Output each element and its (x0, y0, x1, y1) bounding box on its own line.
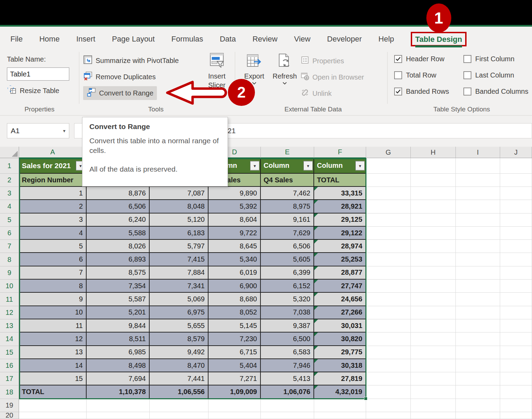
cell-C13[interactable]: 5,655 (150, 319, 209, 333)
cell-C15[interactable]: 9,492 (150, 346, 209, 359)
cell-E8[interactable]: 5,605 (261, 253, 314, 266)
cell-E7[interactable]: 6,506 (261, 240, 314, 253)
cell-E19[interactable] (261, 399, 314, 412)
cell-F9[interactable]: 28,877 (314, 266, 366, 280)
cell-J17[interactable] (500, 372, 532, 385)
cell-I19[interactable] (456, 399, 500, 412)
name-box[interactable]: A1 ▾ (7, 123, 69, 138)
cell-G13[interactable] (366, 319, 411, 333)
cell-J4[interactable] (500, 200, 532, 213)
cell-D15[interactable]: 6,715 (209, 346, 261, 359)
cell-C5[interactable]: 5,120 (150, 213, 209, 227)
cell-C9[interactable]: 7,884 (150, 266, 209, 280)
cell-I10[interactable] (456, 280, 500, 293)
tab-table-design[interactable]: Table Design (415, 35, 462, 47)
cell-F15[interactable]: 29,775 (314, 346, 366, 359)
cell-G16[interactable] (366, 359, 411, 372)
cell-D9[interactable]: 6,019 (209, 266, 261, 280)
cell-B19[interactable] (87, 399, 150, 412)
cell-B12[interactable]: 5,201 (87, 306, 150, 319)
cell-C3[interactable]: 7,087 (150, 187, 209, 200)
row-header-14[interactable]: 14 (0, 333, 19, 346)
checkbox-icon[interactable] (394, 88, 402, 95)
cell-A8[interactable]: 6 (19, 253, 87, 266)
cell-J7[interactable] (500, 240, 532, 253)
cell-J1[interactable] (500, 158, 532, 174)
cell-H3[interactable] (411, 187, 456, 200)
cell-I6[interactable] (456, 227, 500, 240)
cell-H11[interactable] (411, 293, 456, 306)
cell-F8[interactable]: 25,253 (314, 253, 366, 266)
filter-dropdown-button[interactable]: ▾ (303, 161, 313, 170)
cell-I12[interactable] (456, 306, 500, 319)
row-header-13[interactable]: 13 (0, 319, 19, 333)
row-header-4[interactable]: 4 (0, 200, 19, 213)
cell-J3[interactable] (500, 187, 532, 200)
cell-A1[interactable]: Sales for 2021▾ (19, 158, 87, 174)
cell-G4[interactable] (366, 200, 411, 213)
cell-I16[interactable] (456, 359, 500, 372)
cell-D16[interactable]: 5,404 (209, 359, 261, 372)
column-header-E[interactable]: E (261, 147, 314, 158)
cell-C8[interactable]: 7,415 (150, 253, 209, 266)
tab-data[interactable]: Data (220, 35, 236, 44)
table-name-input[interactable] (7, 67, 69, 81)
cell-B8[interactable]: 6,893 (87, 253, 150, 266)
cell-I5[interactable] (456, 213, 500, 227)
cell-B17[interactable]: 7,694 (87, 372, 150, 385)
cell-E9[interactable]: 6,399 (261, 266, 314, 280)
remove-duplicates-button[interactable]: Remove Duplicates (83, 71, 156, 82)
checkbox-icon[interactable] (394, 71, 402, 79)
column-header-J[interactable]: J (500, 147, 532, 158)
column-header-G[interactable]: G (366, 147, 411, 158)
cell-B15[interactable]: 6,985 (87, 346, 150, 359)
cell-E16[interactable]: 7,946 (261, 359, 314, 372)
cell-J19[interactable] (500, 399, 532, 412)
cell-A10[interactable]: 8 (19, 280, 87, 293)
cell-H19[interactable] (411, 399, 456, 412)
cell-F12[interactable]: 27,266 (314, 306, 366, 319)
row-header-8[interactable]: 8 (0, 253, 19, 266)
cell-J15[interactable] (500, 346, 532, 359)
row-header-10[interactable]: 10 (0, 280, 19, 293)
cell-G10[interactable] (366, 280, 411, 293)
cell-C6[interactable]: 6,183 (150, 227, 209, 240)
cell-A9[interactable]: 7 (19, 266, 87, 280)
cell-A15[interactable]: 13 (19, 346, 87, 359)
column-header-F[interactable]: F (314, 147, 366, 158)
tab-view[interactable]: View (294, 35, 310, 44)
cell-C12[interactable]: 6,975 (150, 306, 209, 319)
cell-A4[interactable]: 2 (19, 200, 87, 213)
cell-B16[interactable]: 8,498 (87, 359, 150, 372)
cell-H16[interactable] (411, 359, 456, 372)
cell-G15[interactable] (366, 346, 411, 359)
row-header-7[interactable]: 7 (0, 240, 19, 253)
option-last-column[interactable]: Last Column (463, 71, 514, 79)
cell-B3[interactable]: 8,876 (87, 187, 150, 200)
cell-E2[interactable]: Q4 Sales (261, 174, 314, 187)
cell-A13[interactable]: 11 (19, 319, 87, 333)
checkbox-icon[interactable] (463, 88, 471, 95)
cell-E13[interactable]: 9,387 (261, 319, 314, 333)
cell-G11[interactable] (366, 293, 411, 306)
cell-G3[interactable] (366, 187, 411, 200)
cell-F11[interactable]: 24,656 (314, 293, 366, 306)
cell-J10[interactable] (500, 280, 532, 293)
convert-to-range-button[interactable]: Convert to Range (83, 86, 157, 100)
cell-C20[interactable] (150, 412, 209, 419)
cell-G20[interactable] (366, 412, 411, 419)
cell-E15[interactable]: 6,583 (261, 346, 314, 359)
cell-G8[interactable] (366, 253, 411, 266)
row-header-16[interactable]: 16 (0, 359, 19, 372)
filter-dropdown-button[interactable]: ▾ (250, 161, 259, 170)
cell-C16[interactable]: 8,470 (150, 359, 209, 372)
tab-page-layout[interactable]: Page Layout (112, 35, 155, 44)
cell-B20[interactable] (87, 412, 150, 419)
cell-D19[interactable] (209, 399, 261, 412)
cell-H1[interactable] (411, 158, 456, 174)
cell-I7[interactable] (456, 240, 500, 253)
tab-home[interactable]: Home (39, 35, 60, 44)
row-header-17[interactable]: 17 (0, 372, 19, 385)
cell-A6[interactable]: 4 (19, 227, 87, 240)
cell-H14[interactable] (411, 333, 456, 346)
